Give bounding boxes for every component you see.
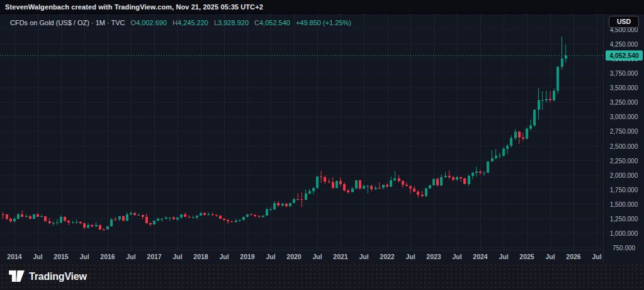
- tradingview-logo-icon: [9, 270, 25, 282]
- chart-pane[interactable]: [0, 14, 603, 250]
- attribution-bar: StevenWalgenbach created with TradingVie…: [0, 0, 644, 14]
- time-axis-label: Jul: [312, 253, 322, 260]
- time-axis-label: 2025: [519, 253, 534, 260]
- time-axis-label: 2017: [147, 253, 161, 260]
- bottom-bar: TradingView: [0, 263, 644, 290]
- price-axis-label: 2,500.000: [604, 142, 644, 149]
- time-axis-label: Jul: [33, 253, 42, 260]
- price-axis-label: 1,750.000: [604, 186, 644, 193]
- legend-symbol-title[interactable]: CFDs on Gold (US$ / OZ) · 1M · TVC: [10, 19, 125, 26]
- price-axis-label: 2,000.000: [604, 171, 644, 178]
- time-axis-label: Jul: [592, 253, 601, 260]
- price-axis-label: 3,500.000: [604, 84, 644, 91]
- legend: CFDs on Gold (US$ / OZ) · 1M · TVC O4,00…: [10, 18, 351, 27]
- attribution-text: StevenWalgenbach created with TradingVie…: [5, 3, 263, 11]
- time-axis-label: Jul: [452, 253, 461, 260]
- time-axis-label: 2016: [100, 253, 115, 260]
- candlestick-svg[interactable]: [0, 14, 603, 250]
- time-axis-label: 2020: [286, 253, 301, 260]
- time-axis-label: Jul: [219, 253, 229, 260]
- last-price-badge: 4,052.540: [606, 50, 643, 61]
- time-axis-label: 2023: [426, 253, 441, 260]
- currency-button[interactable]: USD: [609, 16, 639, 28]
- legend-low: L3,928.920: [214, 19, 249, 26]
- price-axis-label: 750.000: [604, 245, 644, 252]
- price-axis-label: 1,250.000: [604, 215, 644, 222]
- time-axis-label: Jul: [405, 253, 415, 260]
- price-axis-label: 2,750.000: [604, 128, 644, 135]
- price-axis-label: 1,000.000: [604, 229, 644, 236]
- time-axis[interactable]: 2014Jul2015Jul2016Jul2017Jul2018Jul2019J…: [0, 250, 603, 263]
- time-axis-label: Jul: [172, 253, 182, 260]
- tradingview-logo-text: TradingView: [29, 271, 87, 282]
- price-axis-label: 3,000.000: [604, 113, 644, 120]
- legend-high: H4,245.220: [172, 19, 208, 26]
- price-axis-label: 4,250.000: [604, 41, 644, 48]
- legend-open: O4,002.690: [131, 19, 167, 26]
- chart-widget: CFDs on Gold (US$ / OZ) · 1M · TVC O4,00…: [0, 14, 644, 263]
- time-axis-label: 2019: [240, 253, 254, 260]
- price-axis-label: 3,750.000: [604, 70, 644, 77]
- time-axis-label: Jul: [266, 253, 275, 260]
- time-axis-label: Jul: [359, 253, 368, 260]
- time-axis-label: 2021: [333, 253, 347, 260]
- time-axis-label: 2014: [7, 253, 21, 260]
- time-axis-label: Jul: [126, 253, 135, 260]
- price-axis-label: 3,250.000: [604, 99, 644, 106]
- price-axis-label: 1,500.000: [604, 200, 644, 207]
- price-axis[interactable]: USD 4,052.540 4,500.0004,250.0004,000.00…: [603, 14, 644, 263]
- time-axis-label: 2018: [193, 253, 208, 260]
- time-axis-label: Jul: [545, 253, 555, 260]
- tradingview-logo[interactable]: TradingView: [9, 270, 87, 282]
- time-axis-label: 2022: [380, 253, 394, 260]
- legend-change: +49.850 (+1.25%): [296, 19, 351, 26]
- time-axis-label: 2015: [54, 253, 68, 260]
- price-axis-label: 2,250.000: [604, 157, 644, 164]
- time-axis-label: Jul: [499, 253, 508, 260]
- time-axis-label: Jul: [79, 253, 89, 260]
- time-axis-label: 2026: [566, 253, 580, 260]
- time-axis-label: 2024: [473, 253, 487, 260]
- legend-close: C4,052.540: [254, 19, 290, 26]
